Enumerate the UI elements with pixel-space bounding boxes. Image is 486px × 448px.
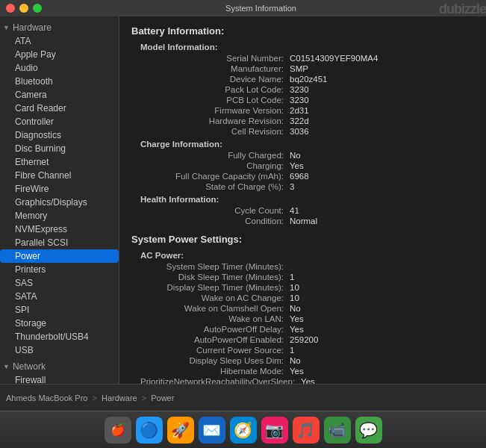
dock-apple-icon[interactable]: 🍎 (105, 417, 131, 444)
sidebar-group-hardware[interactable]: ▼ Hardware (0, 21, 119, 34)
dock-messages-icon[interactable]: 💬 (355, 417, 382, 444)
sidebar-item-storage[interactable]: Storage (0, 317, 119, 330)
info-row: Display Sleep Uses Dim: No (140, 355, 474, 366)
dock-photos-icon[interactable]: 📷 (261, 417, 288, 444)
sidebar-item-power[interactable]: Power (0, 249, 119, 263)
serial-label: Serial Number: (140, 54, 290, 63)
info-row: Wake on Clamshell Open: No (140, 303, 474, 314)
sidebar-item-diagnostics[interactable]: Diagnostics (0, 128, 119, 142)
info-row: Serial Number: C01514309YEF90MA4 (140, 53, 474, 63)
sidebar-item-graphics[interactable]: Graphics/Displays (0, 196, 119, 209)
sidebar-item-sas[interactable]: SAS (0, 276, 119, 290)
sidebar-item-firewire[interactable]: FireWire (0, 182, 119, 196)
sidebar-item-card-reader[interactable]: Card Reader (0, 102, 119, 115)
fully-charged-value: No (290, 151, 301, 160)
pcb-lot-label: PCB Lot Code: (140, 96, 290, 105)
sidebar-item-sata[interactable]: SATA (0, 290, 119, 303)
disk-sleep-value: 1 (290, 273, 294, 281)
info-row: Display Sleep Timer (Minutes): 10 (140, 282, 474, 293)
cycle-count-label: Cycle Count: (140, 206, 290, 215)
hardware-rev-value: 322d (290, 116, 309, 125)
bottom-bar: Ahmeds MacBook Pro > Hardware > Power (0, 384, 486, 411)
ac-power-section: AC Power: System Sleep Timer (Minutes): … (140, 251, 474, 384)
hibernate-mode-label: Hibernate Mode: (140, 367, 290, 376)
sidebar-item-memory[interactable]: Memory (0, 209, 119, 223)
dock-facetime-icon[interactable]: 📹 (324, 417, 351, 444)
disk-sleep-label: Disk Sleep Timer (Minutes): (140, 273, 290, 281)
main-layout: ▼ Hardware ATA Apple Pay Audio Bluetooth… (0, 16, 486, 384)
info-row: Hardware Revision: 322d (140, 116, 474, 126)
sidebar-item-apple-pay[interactable]: Apple Pay (0, 48, 119, 61)
sidebar-item-disc-burning[interactable]: Disc Burning (0, 142, 119, 155)
full-charge-capacity-label: Full Charge Capacity (mAh): (140, 172, 290, 181)
sidebar-item-usb[interactable]: USB (0, 343, 119, 357)
state-of-charge-label: State of Charge (%): (140, 182, 290, 191)
current-power-source-value: 1 (290, 346, 294, 355)
sidebar-item-spi[interactable]: SPI (0, 303, 119, 317)
charging-label: Charging: (140, 161, 290, 170)
info-row: Charging: Yes (140, 161, 474, 171)
dock-finder-icon[interactable]: 🔵 (136, 417, 163, 444)
autopoweroff-enabled-label: AutoPowerOff Enabled: (140, 335, 290, 344)
chevron-down-icon: ▼ (3, 24, 10, 31)
hardware-rev-label: Hardware Revision: (140, 116, 290, 125)
autopoweroff-delay-value: Yes (290, 325, 304, 334)
prioritize-network-value: Yes (301, 377, 315, 384)
sidebar-item-bluetooth[interactable]: Bluetooth (0, 75, 119, 88)
firmware-value: 2d31 (290, 106, 309, 115)
wake-clamshell-value: No (290, 304, 301, 313)
fully-charged-label: Fully Charged: (140, 151, 290, 160)
info-row: Pack Lot Code: 3230 (140, 84, 474, 95)
sidebar-item-fibre-channel[interactable]: Fibre Channel (0, 169, 119, 182)
sidebar-item-thunderbolt[interactable]: Thunderbolt/USB4 (0, 330, 119, 343)
maximize-button[interactable] (33, 4, 42, 13)
info-row: AutoPowerOff Enabled: 259200 (140, 335, 474, 345)
sidebar-item-printers[interactable]: Printers (0, 263, 119, 276)
model-info-title: Model Information: (140, 43, 474, 52)
cycle-count-value: 41 (290, 206, 299, 215)
state-of-charge-value: 3 (290, 182, 294, 191)
chevron-down-icon: ▼ (3, 363, 10, 370)
watermark: dubizzle (439, 1, 486, 17)
sidebar-item-audio[interactable]: Audio (0, 61, 119, 75)
info-row: AutoPowerOff Delay: Yes (140, 324, 474, 335)
system-power-title: System Power Settings: (131, 234, 474, 245)
sidebar-item-firewall[interactable]: Firewall (0, 373, 119, 384)
info-row: Disk Sleep Timer (Minutes): 1 (140, 272, 474, 282)
wake-ac-value: 10 (290, 293, 299, 302)
info-row: PrioritizeNetworkReachabilityOverSleep: … (140, 376, 474, 384)
display-sleep-label: Display Sleep Timer (Minutes): (140, 283, 290, 292)
wake-lan-value: Yes (290, 314, 304, 323)
sidebar-group-network[interactable]: ▼ Network (0, 360, 119, 373)
sidebar-item-parallel-scsi[interactable]: Parallel SCSI (0, 236, 119, 249)
sidebar-item-camera[interactable]: Camera (0, 88, 119, 102)
sidebar: ▼ Hardware ATA Apple Pay Audio Bluetooth… (0, 16, 119, 384)
dock-mail-icon[interactable]: ✉️ (199, 417, 225, 444)
hibernate-mode-value: Yes (290, 367, 304, 376)
close-button[interactable] (6, 4, 15, 13)
dock-safari-icon[interactable]: 🧭 (230, 417, 257, 444)
info-row: Hibernate Mode: Yes (140, 366, 474, 376)
health-info-section: Health Information: Cycle Count: 41 Cond… (140, 195, 474, 226)
info-row: State of Charge (%): 3 (140, 181, 474, 192)
condition-value: Normal (290, 217, 317, 225)
sidebar-item-controller[interactable]: Controller (0, 115, 119, 128)
manufacturer-value: SMP (290, 64, 308, 73)
dock-launchpad-icon[interactable]: 🚀 (167, 417, 194, 444)
network-section: ▼ Network Firewall Locations Volumes WWA… (0, 358, 119, 384)
firmware-label: Firmware Version: (140, 106, 290, 115)
cell-rev-label: Cell Revision: (140, 127, 290, 136)
serial-value: C01514309YEF90MA4 (290, 54, 378, 63)
display-sleep-value: 10 (290, 283, 299, 292)
breadcrumb-computer: Ahmeds MacBook Pro (6, 393, 87, 402)
breadcrumb-power: Power (151, 393, 174, 402)
health-info-title: Health Information: (140, 195, 474, 204)
dock-music-icon[interactable]: 🎵 (293, 417, 320, 444)
condition-label: Condition: (140, 217, 290, 225)
sidebar-item-ata[interactable]: ATA (0, 34, 119, 48)
sidebar-item-ethernet[interactable]: Ethernet (0, 155, 119, 169)
autopoweroff-enabled-value: 259200 (290, 335, 318, 344)
manufacturer-label: Manufacturer: (140, 64, 290, 73)
sidebar-item-nvmexpress[interactable]: NVMExpress (0, 223, 119, 236)
minimize-button[interactable] (19, 4, 28, 13)
